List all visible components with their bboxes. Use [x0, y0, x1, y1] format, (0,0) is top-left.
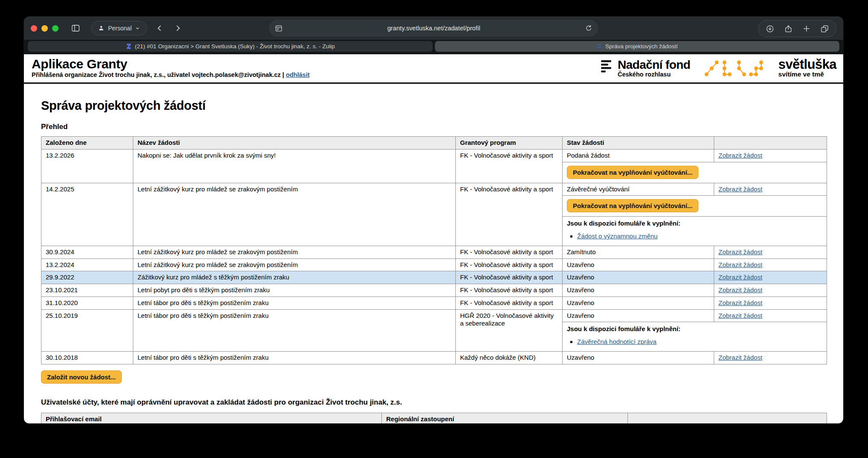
sidebar-icon — [71, 23, 80, 33]
view-application-link[interactable]: Zobrazit žádost — [718, 248, 762, 255]
traffic-lights — [31, 25, 59, 32]
cell-actions: Zobrazit žádost — [714, 297, 827, 309]
logout-link[interactable]: odhlásit — [286, 71, 310, 78]
forms-list-item: Žádost o významnou změnu — [577, 232, 822, 241]
view-application-link[interactable]: Zobrazit žádost — [718, 299, 762, 306]
minimize-window-button[interactable] — [41, 25, 48, 32]
column-header-email: Přihlašovací email — [41, 413, 382, 423]
cell-status: Uzavřeno — [563, 271, 714, 284]
tab-title: Správa projektových žádostí — [605, 43, 678, 50]
new-application-button[interactable]: Založit novou žádost... — [41, 370, 122, 384]
view-application-link[interactable]: Zobrazit žádost — [718, 185, 762, 193]
cell-name: Letní zážitkový kurz pro mládež se zrako… — [133, 183, 456, 246]
form-link[interactable]: Žádost o významnou změnu — [577, 232, 657, 240]
new-tab-button[interactable] — [802, 24, 811, 33]
zulip-icon — [126, 43, 132, 50]
cell-date: 29.9.2022 — [41, 271, 133, 284]
view-application-link[interactable]: Zobrazit žádost — [718, 354, 762, 361]
cell-name: Letní tábor pro děti s těžkým postižením… — [133, 297, 456, 309]
view-application-link[interactable]: Zobrazit žádost — [718, 312, 762, 319]
svetluska-logo: světluška svítíme ve tmě — [778, 58, 836, 78]
form-link[interactable]: Závěrečná hodnotící zpráva — [577, 338, 657, 345]
sidebar-toggle-button[interactable] — [67, 21, 84, 35]
view-application-link[interactable]: Zobrazit žádost — [718, 273, 762, 281]
new-application-row: Založit novou žádost... — [41, 370, 826, 384]
application-row: 30.9.2024 Letní zážitkový kurz pro mláde… — [41, 246, 827, 258]
view-application-link[interactable]: Zobrazit žádost — [718, 286, 762, 294]
forms-available-heading: Jsou k dispozici fomuláře k vyplnění: — [567, 220, 822, 228]
cell-available-forms: Jsou k dispozici fomuláře k vyplnění: Zá… — [563, 322, 827, 352]
view-application-link[interactable]: Zobrazit žádost — [718, 261, 762, 268]
overview-heading: Přehled — [41, 123, 826, 131]
address-bar[interactable]: granty.svetluska.net/zadatel/profil — [269, 20, 598, 36]
page-title: Správa projektových žádostí — [41, 99, 826, 113]
continue-accounting-button[interactable]: Pokračovat na vyplňování vyúčtování... — [567, 166, 698, 179]
applications-table: Založeno dne Název žádosti Grantový prog… — [41, 136, 827, 364]
cell-date: 13.2.2026 — [41, 149, 133, 183]
partner-logos: Nadační fond Českého rozhlasu — [601, 58, 836, 78]
tab-overview-button[interactable] — [820, 24, 829, 33]
person-icon — [98, 25, 105, 32]
cell-name: Letní zážitkový kurz pro mládež se zrako… — [133, 258, 456, 271]
profile-menu-button[interactable]: Personal — [91, 21, 147, 35]
forms-available-heading: Jsou k dispozici fomuláře k vyplnění: — [567, 325, 822, 333]
navigation-buttons — [152, 21, 185, 35]
column-header-region: Regionální zastoupení — [382, 413, 628, 423]
chevron-right-icon — [173, 24, 182, 32]
close-window-button[interactable] — [31, 25, 37, 32]
cell-status: Zamítnuto — [563, 246, 714, 258]
zoom-window-button[interactable] — [52, 25, 59, 32]
downloads-button[interactable] — [765, 24, 774, 33]
nadacni-fond-title: Nadační fond — [618, 59, 690, 70]
cell-name: Letní pobyt pro děti s těžkým postižením… — [133, 284, 456, 297]
continue-accounting-button[interactable]: Pokračovat na vyplňování vyúčtování... — [567, 199, 698, 212]
reload-button[interactable] — [585, 24, 592, 32]
page-settings-icon[interactable] — [275, 24, 283, 32]
application-row-highlighted: 29.9.2022 Zážitkový kurz pro mládež s tě… — [41, 271, 827, 284]
forward-button[interactable] — [170, 21, 185, 35]
cell-date: 30.9.2024 — [41, 246, 133, 258]
cell-program: HGŘ 2020 - Volnočasové aktivity a sebere… — [456, 309, 563, 351]
share-icon — [784, 24, 793, 33]
cell-actions: Zobrazit žádost — [714, 309, 827, 322]
cell-program: FK - Volnočasové aktivity a sport — [456, 183, 563, 246]
cell-date: 23.10.2021 — [41, 284, 133, 297]
tab-title: (21) #01 Organizacni > Grant Svetluska (… — [135, 43, 335, 50]
cell-status: Uzavřeno — [563, 258, 714, 271]
nadacni-fond-bars-icon — [601, 59, 614, 74]
cell-program: FK - Volnočasové aktivity a sport — [456, 297, 563, 309]
cell-actions: Zobrazit žádost — [714, 271, 827, 284]
application-row: 23.10.2021 Letní pobyt pro děti s těžkým… — [41, 284, 827, 297]
cell-date: 13.2.2024 — [41, 258, 133, 271]
forms-list: Závěrečná hodnotící zpráva — [567, 338, 822, 346]
cell-actions: Zobrazit žádost — [714, 246, 827, 258]
screenshot-root: { "browser": { "profile_label": "Persona… — [0, 0, 868, 458]
cell-program: FK - Volnočasové aktivity a sport — [456, 284, 563, 297]
tabs-icon — [820, 24, 829, 33]
svetluska-dots-icon — [702, 59, 766, 78]
tab-bar: (21) #01 Organizacni > Grant Svetluska (… — [24, 40, 843, 54]
application-row: 30.10.2018 Letní tábor pro děti s těžkým… — [41, 351, 827, 364]
users-table: Přihlašovací email Regionální zastoupení… — [41, 413, 827, 424]
column-header-actions — [628, 413, 827, 423]
cell-actions: Zobrazit žádost — [714, 183, 827, 196]
login-info: Přihlášená organizace Život trochu jinak… — [32, 71, 284, 78]
back-button[interactable] — [152, 21, 167, 35]
application-row: 13.2.2024 Letní zážitkový kurz pro mláde… — [41, 258, 827, 271]
browser-toolbar: Personal — [24, 17, 843, 40]
url-text: granty.svetluska.net/zadatel/profil — [283, 25, 585, 32]
chevron-down-icon — [135, 26, 140, 31]
cell-program: FK - Volnočasové aktivity a sport — [456, 149, 563, 183]
toolbar-actions — [758, 20, 836, 37]
tab-zulip[interactable]: (21) #01 Organizacni > Grant Svetluska (… — [28, 41, 433, 52]
cell-status: Uzavřeno — [563, 351, 714, 364]
page-content: Aplikace Granty Přihlášená organizace Ži… — [24, 54, 843, 423]
application-row: 31.10.2020 Letní tábor pro děti s těžkým… — [41, 297, 827, 309]
chevron-left-icon — [155, 24, 164, 32]
cell-program: FK - Volnočasové aktivity a sport — [456, 246, 563, 258]
tab-active-sprava-zadosti[interactable]: Správa projektových žádostí — [435, 41, 840, 52]
cell-program: FK - Volnočasové aktivity a sport — [456, 271, 563, 284]
share-button[interactable] — [784, 24, 793, 33]
view-application-link[interactable]: Zobrazit žádost — [718, 152, 762, 159]
cell-program: Každý něco dokáže (KND) — [456, 351, 563, 364]
